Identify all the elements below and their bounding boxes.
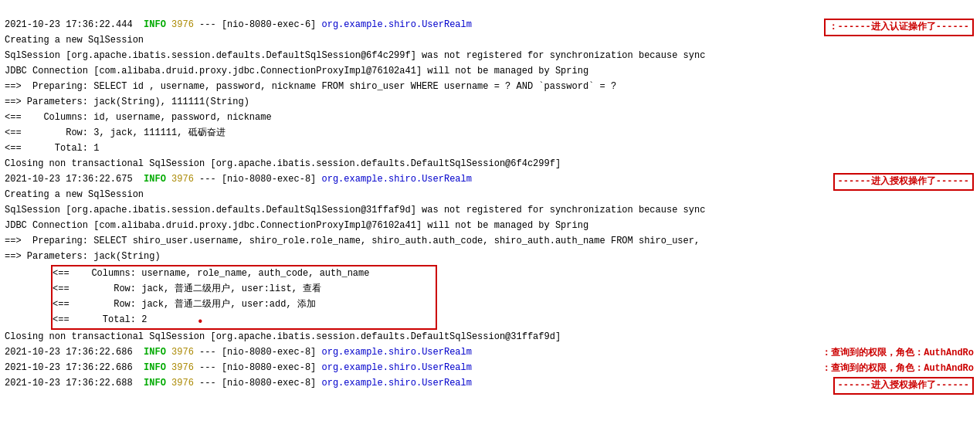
log-line: 2021-10-23 17:36:22.675 INFO 3976 --- [n… — [5, 172, 975, 188]
log-line: JDBC Connection [com.alibaba.druid.proxy… — [5, 64, 975, 80]
class-text: org.example.shiro.UserRealm — [322, 378, 472, 389]
log-line: <== Total: 2• — [53, 313, 436, 328]
plain-text: SqlSession [org.apache.ibatis.session.de… — [5, 205, 705, 216]
timestamp-text: 2021-10-23 17:36:22.444 — [5, 19, 133, 30]
info-text: INFO — [144, 174, 166, 185]
log-line: ==> Preparing: SELECT shiro_user.usernam… — [5, 234, 975, 249]
log-text: <== Total: 2 — [53, 313, 436, 327]
info-text: INFO — [144, 347, 166, 358]
class-text: org.example.shiro.UserRealm — [322, 19, 472, 30]
log-line: <== Columns: username, role_name, auth_c… — [53, 266, 436, 282]
log-text: ==> Parameters: jack(String) — [5, 249, 975, 264]
space-text — [166, 378, 171, 389]
log-line: Creating a new SqlSession — [5, 188, 975, 203]
timestamp-text: 2021-10-23 17:36:22.688 — [5, 378, 133, 389]
class-text: org.example.shiro.UserRealm — [322, 174, 472, 185]
plain-text: ==> Preparing: SELECT id , username, pas… — [5, 81, 616, 92]
plain-text: --- [nio-8080-exec-6] — [194, 19, 322, 30]
log-text: Creating a new SqlSession — [5, 33, 975, 48]
log-line: ==> Parameters: jack(String), 111111(Str… — [5, 95, 975, 110]
plain-text: Creating a new SqlSession — [5, 35, 144, 46]
log-line: ==> Parameters: jack(String) — [5, 249, 975, 265]
log-text: ==> Preparing: SELECT id , username, pas… — [5, 80, 975, 94]
log-text: Creating a new SqlSession — [5, 188, 975, 202]
annotation: ：查询到的权限，角色：AuthAndRo — [822, 346, 974, 361]
log-line: <== Total: 1 — [5, 141, 975, 157]
plain-text: ==> Parameters: jack(String) — [5, 251, 161, 262]
log-line: <== Columns: id, username, password, nic… — [5, 110, 975, 126]
log-line: JDBC Connection [com.alibaba.druid.proxy… — [5, 219, 975, 234]
log-text: <== Columns: id, username, password, nic… — [5, 110, 975, 125]
log-container: 2021-10-23 17:36:22.444 INFO 3976 --- [n… — [0, 0, 980, 395]
thread-text: 3976 — [171, 378, 194, 389]
log-text: SqlSession [org.apache.ibatis.session.de… — [5, 49, 975, 63]
plain-text: ==> Parameters: jack(String), 111111(Str… — [5, 97, 249, 107]
log-text: ==> Parameters: jack(String), 111111(Str… — [5, 95, 975, 110]
thread-text: 3976 — [171, 362, 194, 373]
log-text: 2021-10-23 17:36:22.688 INFO 3976 --- [n… — [5, 376, 975, 391]
log-text: JDBC Connection [com.alibaba.druid.proxy… — [5, 64, 975, 79]
log-line: 2021-10-23 17:36:22.444 INFO 3976 --- [n… — [5, 18, 975, 33]
timestamp-text: 2021-10-23 17:36:22.675 — [5, 174, 133, 185]
log-line: Closing non transactional SqlSession [or… — [5, 157, 975, 172]
plain-text: Closing non transactional SqlSession [or… — [5, 158, 561, 169]
info-text: INFO — [144, 19, 166, 30]
log-text: <== Row: jack, 普通二级用户, user:add, 添加 — [53, 297, 436, 312]
thread-text: 3976 — [171, 347, 194, 358]
log-text: ==> Preparing: SELECT shiro_user.usernam… — [5, 234, 975, 249]
log-line: 2021-10-23 17:36:22.686 INFO 3976 --- [n… — [5, 345, 975, 361]
space-text — [133, 174, 144, 185]
boxed-result-section: <== Columns: username, role_name, auth_c… — [51, 265, 437, 330]
log-text: SqlSession [org.apache.ibatis.session.de… — [5, 203, 975, 218]
log-text: 2021-10-23 17:36:22.675 INFO 3976 --- [n… — [5, 172, 975, 187]
log-line: SqlSession [org.apache.ibatis.session.de… — [5, 49, 975, 64]
class-text: org.example.shiro.UserRealm — [322, 347, 472, 358]
plain-text: --- [nio-8080-exec-8] — [194, 378, 322, 389]
space-text — [166, 347, 171, 358]
timestamp-text: 2021-10-23 17:36:22.686 — [5, 347, 133, 358]
thread-text: 3976 — [171, 174, 194, 185]
log-text: Closing non transactional SqlSession [or… — [5, 330, 975, 344]
plain-text: --- [nio-8080-exec-8] — [194, 362, 322, 373]
log-line: ==> Preparing: SELECT id , username, pas… — [5, 80, 975, 95]
log-text: JDBC Connection [com.alibaba.druid.proxy… — [5, 219, 975, 233]
plain-text: Creating a new SqlSession — [5, 189, 144, 200]
log-line: Closing non transactional SqlSession [or… — [5, 330, 975, 345]
plain-text: JDBC Connection [com.alibaba.druid.proxy… — [5, 66, 588, 76]
log-line: Creating a new SqlSession — [5, 33, 975, 49]
space-text — [166, 362, 171, 373]
log-text: Closing non transactional SqlSession [or… — [5, 157, 975, 171]
space-text — [133, 378, 144, 389]
plain-text: <== Total: 2 — [53, 314, 147, 325]
plain-text: <== Total: 1 — [5, 143, 99, 154]
timestamp-text: 2021-10-23 17:36:22.686 — [5, 362, 133, 373]
plain-text: <== Row: 3, jack, 111111, 砥砺奋进 — [5, 127, 226, 138]
space-text — [166, 174, 171, 185]
info-text: INFO — [144, 362, 166, 373]
annotation: ：查询到的权限，角色：AuthAndRo — [822, 361, 974, 376]
plain-text: Closing non transactional SqlSession [or… — [5, 331, 561, 342]
log-line: 2021-10-23 17:36:22.688 INFO 3976 --- [n… — [5, 376, 975, 392]
class-text: org.example.shiro.UserRealm — [322, 362, 472, 373]
plain-text: SqlSession [org.apache.ibatis.session.de… — [5, 50, 705, 61]
plain-text: JDBC Connection [com.alibaba.druid.proxy… — [5, 220, 588, 231]
plain-text: <== Row: jack, 普通二级用户, user:list, 查看 — [53, 283, 321, 294]
plain-text: --- [nio-8080-exec-8] — [194, 174, 322, 185]
plain-text: <== Columns: username, role_name, auth_c… — [53, 268, 369, 279]
info-text: INFO — [144, 378, 166, 389]
space-text — [133, 362, 144, 373]
plain-text: <== Columns: id, username, password, nic… — [5, 112, 272, 123]
plain-text: <== Row: jack, 普通二级用户, user:add, 添加 — [53, 299, 316, 310]
log-text: <== Columns: username, role_name, auth_c… — [53, 266, 436, 281]
thread-text: 3976 — [171, 19, 194, 30]
annotation: ------进入授权操作了------ — [833, 377, 974, 395]
space-text — [166, 19, 171, 30]
log-text: <== Total: 1 — [5, 141, 975, 156]
log-line: <== Row: jack, 普通二级用户, user:list, 查看 — [53, 282, 436, 297]
space-text — [133, 347, 144, 358]
plain-text: ==> Preparing: SELECT shiro_user.usernam… — [5, 236, 700, 246]
log-line: SqlSession [org.apache.ibatis.session.de… — [5, 203, 975, 219]
log-text: <== Row: jack, 普通二级用户, user:list, 查看 — [53, 282, 436, 297]
log-line: 2021-10-23 17:36:22.686 INFO 3976 --- [n… — [5, 361, 975, 376]
log-text: <== Row: 3, jack, 111111, 砥砺奋进 — [5, 126, 975, 141]
